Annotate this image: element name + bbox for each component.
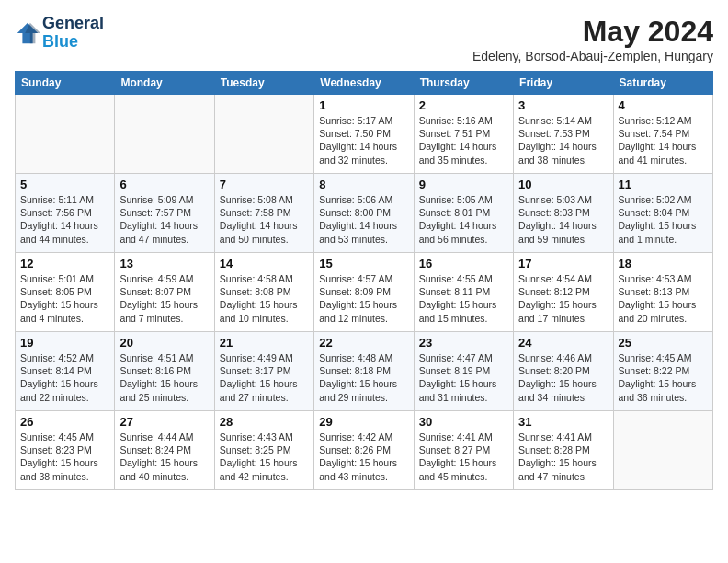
calendar-cell: 23Sunrise: 4:47 AM Sunset: 8:19 PM Dayli… xyxy=(414,332,513,411)
calendar-cell: 29Sunrise: 4:42 AM Sunset: 8:26 PM Dayli… xyxy=(314,411,414,490)
calendar-cell: 14Sunrise: 4:58 AM Sunset: 8:08 PM Dayli… xyxy=(214,253,313,332)
weekday-header-wednesday: Wednesday xyxy=(314,72,414,95)
calendar-week-row: 5Sunrise: 5:11 AM Sunset: 7:56 PM Daylig… xyxy=(16,174,713,253)
calendar-cell: 12Sunrise: 5:01 AM Sunset: 8:05 PM Dayli… xyxy=(16,253,115,332)
day-info: Sunrise: 5:03 AM Sunset: 8:03 PM Dayligh… xyxy=(518,193,608,246)
day-number: 1 xyxy=(319,98,408,112)
calendar-cell: 2Sunrise: 5:16 AM Sunset: 7:51 PM Daylig… xyxy=(414,95,513,174)
day-number: 6 xyxy=(119,178,209,191)
day-number: 5 xyxy=(20,178,109,191)
day-info: Sunrise: 5:14 AM Sunset: 7:53 PM Dayligh… xyxy=(518,114,608,167)
location-subtitle: Edeleny, Borsod-Abauj-Zemplen, Hungary xyxy=(472,49,713,63)
calendar-cell: 11Sunrise: 5:02 AM Sunset: 8:04 PM Dayli… xyxy=(613,174,712,253)
weekday-header-thursday: Thursday xyxy=(414,72,513,95)
day-info: Sunrise: 5:06 AM Sunset: 8:00 PM Dayligh… xyxy=(319,193,408,246)
weekday-header-sunday: Sunday xyxy=(16,72,115,95)
day-info: Sunrise: 5:05 AM Sunset: 8:01 PM Dayligh… xyxy=(419,193,508,246)
weekday-header-monday: Monday xyxy=(115,72,214,95)
calendar-cell xyxy=(613,411,712,490)
day-info: Sunrise: 5:09 AM Sunset: 7:57 PM Dayligh… xyxy=(119,193,209,246)
calendar-week-row: 26Sunrise: 4:45 AM Sunset: 8:23 PM Dayli… xyxy=(16,411,713,490)
day-number: 30 xyxy=(419,415,508,429)
day-number: 7 xyxy=(220,178,309,191)
day-info: Sunrise: 5:16 AM Sunset: 7:51 PM Dayligh… xyxy=(419,114,508,167)
calendar-cell: 25Sunrise: 4:45 AM Sunset: 8:22 PM Dayli… xyxy=(613,332,712,411)
calendar-cell: 8Sunrise: 5:06 AM Sunset: 8:00 PM Daylig… xyxy=(314,174,414,253)
page-header: General Blue May 2024 Edeleny, Borsod-Ab… xyxy=(15,15,713,63)
day-number: 24 xyxy=(518,336,608,350)
day-info: Sunrise: 4:44 AM Sunset: 8:24 PM Dayligh… xyxy=(119,431,209,483)
day-number: 14 xyxy=(220,257,309,270)
day-info: Sunrise: 4:46 AM Sunset: 8:20 PM Dayligh… xyxy=(518,351,608,404)
day-info: Sunrise: 4:57 AM Sunset: 8:09 PM Dayligh… xyxy=(319,272,408,325)
day-number: 10 xyxy=(518,178,608,191)
calendar-cell: 26Sunrise: 4:45 AM Sunset: 8:23 PM Dayli… xyxy=(16,411,115,490)
day-info: Sunrise: 5:01 AM Sunset: 8:05 PM Dayligh… xyxy=(20,272,109,325)
calendar-cell: 6Sunrise: 5:09 AM Sunset: 7:57 PM Daylig… xyxy=(115,174,214,253)
month-title: May 2024 xyxy=(472,15,713,49)
weekday-header-saturday: Saturday xyxy=(613,72,712,95)
calendar-cell xyxy=(214,95,313,174)
day-info: Sunrise: 5:02 AM Sunset: 8:04 PM Dayligh… xyxy=(619,193,708,246)
day-number: 19 xyxy=(20,336,109,350)
calendar-cell: 28Sunrise: 4:43 AM Sunset: 8:25 PM Dayli… xyxy=(214,411,313,490)
day-info: Sunrise: 4:45 AM Sunset: 8:23 PM Dayligh… xyxy=(20,431,109,483)
day-number: 27 xyxy=(119,415,209,429)
day-number: 11 xyxy=(619,178,708,191)
day-number: 8 xyxy=(319,178,408,191)
day-number: 13 xyxy=(119,257,209,270)
logo: General Blue xyxy=(15,15,104,52)
weekday-header-tuesday: Tuesday xyxy=(214,72,313,95)
day-info: Sunrise: 5:12 AM Sunset: 7:54 PM Dayligh… xyxy=(619,114,708,167)
calendar-cell: 10Sunrise: 5:03 AM Sunset: 8:03 PM Dayli… xyxy=(514,174,613,253)
day-info: Sunrise: 4:42 AM Sunset: 8:26 PM Dayligh… xyxy=(319,431,408,483)
calendar-cell: 18Sunrise: 4:53 AM Sunset: 8:13 PM Dayli… xyxy=(613,253,712,332)
day-info: Sunrise: 4:51 AM Sunset: 8:16 PM Dayligh… xyxy=(119,351,209,404)
day-info: Sunrise: 4:48 AM Sunset: 8:18 PM Dayligh… xyxy=(319,351,408,404)
calendar-body: 1Sunrise: 5:17 AM Sunset: 7:50 PM Daylig… xyxy=(16,95,713,490)
logo-line2: Blue xyxy=(42,33,104,52)
day-number: 23 xyxy=(419,336,508,350)
title-area: May 2024 Edeleny, Borsod-Abauj-Zemplen, … xyxy=(472,15,713,63)
day-info: Sunrise: 4:41 AM Sunset: 8:27 PM Dayligh… xyxy=(419,431,508,483)
day-number: 18 xyxy=(619,257,708,270)
day-number: 31 xyxy=(518,415,608,429)
calendar-cell: 30Sunrise: 4:41 AM Sunset: 8:27 PM Dayli… xyxy=(414,411,513,490)
day-info: Sunrise: 5:11 AM Sunset: 7:56 PM Dayligh… xyxy=(20,193,109,246)
calendar-cell: 16Sunrise: 4:55 AM Sunset: 8:11 PM Dayli… xyxy=(414,253,513,332)
day-number: 15 xyxy=(319,257,408,270)
day-number: 4 xyxy=(619,98,708,112)
day-number: 16 xyxy=(419,257,508,270)
calendar-cell: 9Sunrise: 5:05 AM Sunset: 8:01 PM Daylig… xyxy=(414,174,513,253)
logo-line1: General xyxy=(42,15,104,33)
calendar-cell: 27Sunrise: 4:44 AM Sunset: 8:24 PM Dayli… xyxy=(115,411,214,490)
day-number: 20 xyxy=(119,336,209,350)
calendar-cell xyxy=(115,95,214,174)
day-number: 25 xyxy=(619,336,708,350)
day-info: Sunrise: 5:17 AM Sunset: 7:50 PM Dayligh… xyxy=(319,114,408,167)
calendar-cell: 24Sunrise: 4:46 AM Sunset: 8:20 PM Dayli… xyxy=(514,332,613,411)
calendar-week-row: 1Sunrise: 5:17 AM Sunset: 7:50 PM Daylig… xyxy=(16,95,713,174)
calendar-header-row: SundayMondayTuesdayWednesdayThursdayFrid… xyxy=(16,72,713,95)
day-info: Sunrise: 4:49 AM Sunset: 8:17 PM Dayligh… xyxy=(220,351,309,404)
day-number: 17 xyxy=(518,257,608,270)
day-info: Sunrise: 4:58 AM Sunset: 8:08 PM Dayligh… xyxy=(220,272,309,325)
calendar-cell: 21Sunrise: 4:49 AM Sunset: 8:17 PM Dayli… xyxy=(214,332,313,411)
calendar-cell: 3Sunrise: 5:14 AM Sunset: 7:53 PM Daylig… xyxy=(514,95,613,174)
day-number: 26 xyxy=(20,415,109,429)
day-info: Sunrise: 4:55 AM Sunset: 8:11 PM Dayligh… xyxy=(419,272,508,325)
calendar-cell: 1Sunrise: 5:17 AM Sunset: 7:50 PM Daylig… xyxy=(314,95,414,174)
calendar-table: SundayMondayTuesdayWednesdayThursdayFrid… xyxy=(15,71,713,490)
day-number: 2 xyxy=(419,98,508,112)
calendar-cell: 7Sunrise: 5:08 AM Sunset: 7:58 PM Daylig… xyxy=(214,174,313,253)
logo-icon xyxy=(15,20,40,46)
day-info: Sunrise: 4:43 AM Sunset: 8:25 PM Dayligh… xyxy=(220,431,309,483)
day-info: Sunrise: 4:54 AM Sunset: 8:12 PM Dayligh… xyxy=(518,272,608,325)
calendar-cell: 31Sunrise: 4:41 AM Sunset: 8:28 PM Dayli… xyxy=(514,411,613,490)
day-info: Sunrise: 4:41 AM Sunset: 8:28 PM Dayligh… xyxy=(518,431,608,483)
weekday-header-friday: Friday xyxy=(514,72,613,95)
day-info: Sunrise: 4:53 AM Sunset: 8:13 PM Dayligh… xyxy=(619,272,708,325)
day-number: 29 xyxy=(319,415,408,429)
day-info: Sunrise: 4:45 AM Sunset: 8:22 PM Dayligh… xyxy=(619,351,708,404)
calendar-cell: 17Sunrise: 4:54 AM Sunset: 8:12 PM Dayli… xyxy=(514,253,613,332)
